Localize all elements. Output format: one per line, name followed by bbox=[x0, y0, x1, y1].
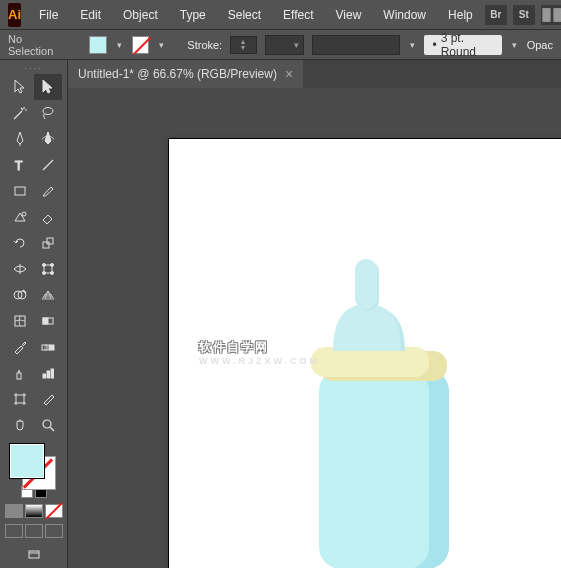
svg-text:T: T bbox=[15, 159, 23, 173]
gradient-mode-icon[interactable] bbox=[25, 504, 43, 518]
menu-help[interactable]: Help bbox=[438, 4, 483, 26]
free-transform-tool[interactable] bbox=[34, 256, 62, 282]
shaper-tool[interactable] bbox=[6, 204, 34, 230]
svg-rect-27 bbox=[16, 395, 24, 403]
svg-rect-7 bbox=[43, 242, 49, 248]
screen-mode-icon[interactable] bbox=[20, 542, 48, 568]
svg-rect-25 bbox=[47, 371, 50, 378]
document-tab-bar: Untitled-1* @ 66.67% (RGB/Preview) × bbox=[68, 60, 561, 88]
stroke-profile-dropdown[interactable]: ▾ bbox=[265, 35, 304, 55]
stroke-dropdown-icon[interactable]: ▾ bbox=[157, 40, 166, 50]
menu-view[interactable]: View bbox=[326, 4, 372, 26]
svg-point-14 bbox=[50, 272, 53, 275]
svg-point-11 bbox=[42, 264, 45, 267]
zoom-tool[interactable] bbox=[34, 412, 62, 438]
menubar-right-icons: Br St bbox=[485, 5, 561, 25]
selection-tool[interactable] bbox=[6, 74, 34, 100]
brush-dropdown-icon[interactable]: ▾ bbox=[408, 40, 417, 50]
draw-behind-icon[interactable] bbox=[25, 524, 43, 538]
arrange-docs-icon[interactable] bbox=[541, 5, 561, 25]
line-segment-tool[interactable] bbox=[34, 152, 62, 178]
baby-bottle-artwork[interactable] bbox=[289, 249, 459, 568]
draw-inside-icon[interactable] bbox=[45, 524, 63, 538]
fill-stroke-swatches[interactable] bbox=[10, 444, 58, 482]
symbol-sprayer-tool[interactable] bbox=[6, 360, 34, 386]
svg-rect-8 bbox=[47, 238, 53, 244]
fill-swatch[interactable] bbox=[89, 36, 107, 54]
stock-icon[interactable]: St bbox=[513, 5, 535, 25]
menu-select[interactable]: Select bbox=[218, 4, 271, 26]
watermark: 软件自学网 WWW.RJZXW.COM bbox=[199, 339, 320, 366]
shape-builder-tool[interactable] bbox=[6, 282, 34, 308]
watermark-sub: WWW.RJZXW.COM bbox=[199, 356, 320, 366]
svg-point-6 bbox=[22, 212, 26, 216]
width-profile-label: 3 pt. Round bbox=[441, 31, 494, 59]
draw-normal-icon[interactable] bbox=[5, 524, 23, 538]
stroke-label: Stroke: bbox=[187, 39, 222, 51]
type-tool[interactable]: T bbox=[6, 152, 34, 178]
fill-color-swatch[interactable] bbox=[10, 444, 44, 478]
svg-point-2 bbox=[43, 108, 53, 115]
rotate-tool[interactable] bbox=[6, 230, 34, 256]
ai-logo-icon: Ai bbox=[8, 3, 21, 27]
canvas-viewport[interactable]: 软件自学网 WWW.RJZXW.COM bbox=[68, 88, 561, 568]
svg-point-13 bbox=[42, 272, 45, 275]
eyedropper-tool[interactable] bbox=[6, 334, 34, 360]
width-profile[interactable]: • 3 pt. Round bbox=[424, 35, 501, 55]
svg-rect-20 bbox=[42, 345, 47, 350]
width-tool[interactable] bbox=[6, 256, 34, 282]
panel-grip-icon[interactable] bbox=[19, 64, 49, 72]
menu-edit[interactable]: Edit bbox=[70, 4, 111, 26]
artboard[interactable]: 软件自学网 WWW.RJZXW.COM bbox=[168, 138, 561, 568]
svg-rect-33 bbox=[319, 369, 429, 568]
svg-rect-23 bbox=[17, 373, 21, 379]
curvature-tool[interactable] bbox=[34, 126, 62, 152]
lasso-tool[interactable] bbox=[34, 100, 62, 126]
svg-rect-1 bbox=[553, 8, 561, 22]
close-tab-icon[interactable]: × bbox=[285, 66, 293, 82]
eraser-tool[interactable] bbox=[34, 204, 62, 230]
control-bar: No Selection ▾ ▾ Stroke: ▴▾ ▾ ▾ • 3 pt. … bbox=[0, 30, 561, 60]
document-tab-title: Untitled-1* @ 66.67% (RGB/Preview) bbox=[78, 67, 277, 81]
svg-rect-5 bbox=[15, 187, 25, 195]
menu-object[interactable]: Object bbox=[113, 4, 168, 26]
rectangle-tool[interactable] bbox=[6, 178, 34, 204]
svg-point-12 bbox=[50, 264, 53, 267]
svg-point-28 bbox=[43, 420, 51, 428]
blend-tool[interactable] bbox=[34, 334, 62, 360]
menu-type[interactable]: Type bbox=[170, 4, 216, 26]
artboard-tool[interactable] bbox=[6, 386, 34, 412]
svg-rect-17 bbox=[15, 316, 25, 326]
gradient-tool[interactable] bbox=[34, 308, 62, 334]
stroke-weight-stepper[interactable]: ▴▾ bbox=[230, 36, 257, 54]
stroke-swatch[interactable] bbox=[132, 36, 150, 54]
fill-dropdown-icon[interactable]: ▾ bbox=[115, 40, 124, 50]
direct-selection-tool[interactable] bbox=[34, 74, 62, 100]
menu-effect[interactable]: Effect bbox=[273, 4, 323, 26]
color-mode-icon[interactable] bbox=[5, 504, 23, 518]
pen-tool[interactable] bbox=[6, 126, 34, 152]
paintbrush-tool[interactable] bbox=[34, 178, 62, 204]
slice-tool[interactable] bbox=[34, 386, 62, 412]
menu-window[interactable]: Window bbox=[373, 4, 436, 26]
column-graph-tool[interactable] bbox=[34, 360, 62, 386]
document-tab[interactable]: Untitled-1* @ 66.67% (RGB/Preview) × bbox=[68, 60, 303, 88]
scale-tool[interactable] bbox=[34, 230, 62, 256]
profile-dropdown-icon[interactable]: ▾ bbox=[510, 40, 519, 50]
menu-file[interactable]: File bbox=[29, 4, 68, 26]
magic-wand-tool[interactable] bbox=[6, 100, 34, 126]
perspective-grid-tool[interactable] bbox=[34, 282, 62, 308]
svg-rect-0 bbox=[542, 8, 550, 22]
brush-definition-dropdown[interactable] bbox=[312, 35, 400, 55]
none-mode-icon[interactable] bbox=[45, 504, 63, 518]
svg-rect-30 bbox=[29, 551, 39, 558]
watermark-main: 软件自学网 bbox=[199, 339, 320, 356]
tools-panel: T bbox=[0, 60, 68, 568]
svg-rect-26 bbox=[51, 369, 54, 378]
bridge-icon[interactable]: Br bbox=[485, 5, 507, 25]
mesh-tool[interactable] bbox=[6, 308, 34, 334]
svg-rect-19 bbox=[43, 318, 48, 324]
hand-tool[interactable] bbox=[6, 412, 34, 438]
svg-line-4 bbox=[43, 160, 53, 170]
opacity-label: Opac bbox=[527, 39, 553, 51]
